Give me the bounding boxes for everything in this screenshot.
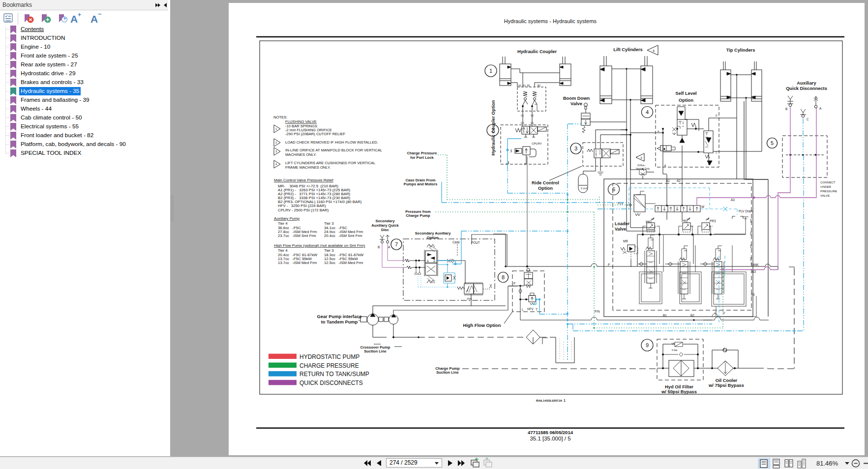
svg-text:4: 4 [646,109,649,115]
svg-text:Tier 3: Tier 3 [324,248,334,253]
svg-text:w/ 75psi Bypass: w/ 75psi Bypass [708,383,744,388]
svg-text:A1: A1 [523,84,526,87]
svg-text:Auxiliary Pump: Auxiliary Pump [274,216,300,221]
svg-text:Orifice -: Orifice - [637,164,646,167]
svg-text:Disc: Disc [381,228,389,232]
svg-text:9: 9 [646,342,649,348]
svg-text:NOTES:: NOTES: [273,115,287,119]
svg-text:Option: Option [427,235,439,240]
svg-text:UNDER: UNDER [820,185,832,188]
svg-text:D: D [716,114,718,117]
svg-text:A: A [90,13,98,25]
svg-text:12.5cc -ISM Med Frm: 12.5cc -ISM Med Frm [324,261,363,265]
svg-text:Quick Disconnects: Quick Disconnects [786,86,827,91]
svg-text:4: 4 [275,163,277,166]
svg-text:Secondary: Secondary [376,219,395,223]
svg-text:P: P [608,263,610,266]
svg-text:3: 3 [574,146,577,151]
svg-text:HFV: HFV [527,307,534,311]
svg-text:Oil Cooler: Oil Cooler [716,378,738,383]
svg-text:Option: Option [538,186,553,191]
svg-text:Tip Cylinders: Tip Cylinders [726,48,755,53]
svg-text:RAIL14SSL0257JA: RAIL14SSL0257JA [536,399,563,402]
svg-text:FLUSHING VALVE: FLUSHING VALVE [285,119,317,124]
svg-text:Tier 4: Tier 4 [278,221,288,226]
svg-text:W: W [701,205,705,208]
svg-text:CPLRV - 2500 PSI (172 BAR): CPLRV - 2500 PSI (172 BAR) [278,208,329,212]
svg-text:PR3: PR3 [710,219,716,223]
svg-text:V1: V1 [521,114,524,117]
svg-text:Suction Line: Suction Line [364,349,387,353]
svg-text:VALVE: VALVE [820,194,830,197]
svg-text:47711585 06/05/2014: 47711585 06/05/2014 [528,430,573,435]
svg-text:+: + [78,11,81,18]
svg-text:C2: C2 [521,121,524,124]
svg-text:Loader: Loader [615,221,630,226]
svg-text:2: 2 [275,141,277,144]
svg-text:7: 7 [395,241,398,247]
svg-text:4: 4 [653,49,655,53]
svg-text:CONNECT: CONNECT [820,180,836,184]
svg-text:13.7cc -ISM Med Frm: 13.7cc -ISM Med Frm [278,261,317,265]
svg-text:Gear Pump interface: Gear Pump interface [317,314,362,319]
svg-text:L: L [522,308,524,311]
svg-text:B: B [664,164,666,167]
svg-text:0 cm3: 0 cm3 [581,187,588,190]
svg-text:Auxiliary: Auxiliary [797,81,816,86]
svg-text:Ride Control: Ride Control [532,180,559,185]
svg-text:Charge Pressure: Charge Pressure [407,151,437,155]
svg-text:PR2: PR2 [682,219,688,223]
svg-text:P: P [513,282,515,285]
svg-text:1: 1 [564,399,566,402]
svg-text:23.7cc -ISM Sml Frm: 23.7cc -ISM Sml Frm [278,234,316,238]
svg-text:RETURN TO TANK/SUMP: RETURN TO TANK/SUMP [299,371,369,378]
svg-text:Lift Cylinders: Lift Cylinders [613,47,642,52]
svg-text:LIFT CYLINDERS ARE CUSHIONED F: LIFT CYLINDERS ARE CUSHIONED FOR VERTICA… [285,161,375,165]
svg-text:to Tandem Pump: to Tandem Pump [321,320,358,324]
svg-text:PLV Drain: PLV Drain [739,209,753,213]
svg-text:B: B [378,245,380,249]
svg-text:V: V [723,311,725,315]
svg-text:A: A [658,130,659,133]
svg-text:w/ 50psi Bypass: w/ 50psi Bypass [661,389,697,394]
svg-text:Option: Option [679,98,693,103]
svg-text:Suction Line: Suction Line [436,370,459,375]
svg-text:1: 1 [275,127,277,130]
svg-text:A: A [388,245,390,249]
svg-text:3: 3 [275,150,277,153]
svg-text:Hydraulic systems - Hydraulic: Hydraulic systems - Hydraulic systems [504,18,597,24]
svg-text:Tier 3: Tier 3 [324,221,334,226]
svg-text:A1: A1 [666,179,670,182]
svg-text:1: 1 [489,68,492,74]
svg-text:2: 2 [491,127,494,133]
svg-text:A: A [70,13,78,25]
svg-text:High Flow Option: High Flow Option [463,323,501,328]
svg-text:5: 5 [771,140,774,146]
svg-text:P/N: P/N [595,310,600,313]
svg-text:8: 8 [502,274,505,280]
svg-text:Valve: Valve [615,227,626,232]
svg-text:A2: A2 [518,84,521,87]
svg-text:35.1 [35.000] / 5: 35.1 [35.000] / 5 [530,436,570,441]
svg-text:POUT: POUT [471,241,480,244]
svg-text:FRAME MACHINES ONLY.: FRAME MACHINES ONLY. [285,165,330,170]
svg-text:Tier 4: Tier 4 [278,248,288,253]
svg-text:High Flow Pump (optional) (not: High Flow Pump (optional) (not available… [274,243,365,248]
svg-text:C: C [807,117,809,121]
svg-text:Main Control Valve Pressure Re: Main Control Valve Pressure Relief [274,178,334,182]
svg-text:IN-LINE ORIFICE AT MANIFOLD BL: IN-LINE ORIFICE AT MANIFOLD BLOCK FOR VE… [285,148,382,152]
svg-text:A2: A2 [677,179,681,182]
svg-text:A3: A3 [731,198,735,202]
svg-text:MR: MR [623,239,628,243]
svg-text:Hydraulic Coupler: Hydraulic Coupler [517,49,557,54]
svg-text:PRESSURE: PRESSURE [820,189,837,193]
svg-text:MACHINES ONLY.: MACHINES ONLY. [285,152,316,157]
svg-text:0 bar: 0 bar [672,349,678,352]
svg-text:CHARGE PRESSURE: CHARGE PRESSURE [299,362,359,369]
svg-text:B: B [785,107,787,111]
svg-text:-290 PSI (20BAR) CUTOFF RELIEF: -290 PSI (20BAR) CUTOFF RELIEF [285,132,346,136]
svg-text:CPLRV: CPLRV [532,142,542,145]
svg-text:Self Level: Self Level [675,91,696,96]
svg-text:HYDROSTATIC PUMP: HYDROSTATIC PUMP [299,353,359,360]
svg-text:Secondary Auxiliary: Secondary Auxiliary [415,231,451,235]
